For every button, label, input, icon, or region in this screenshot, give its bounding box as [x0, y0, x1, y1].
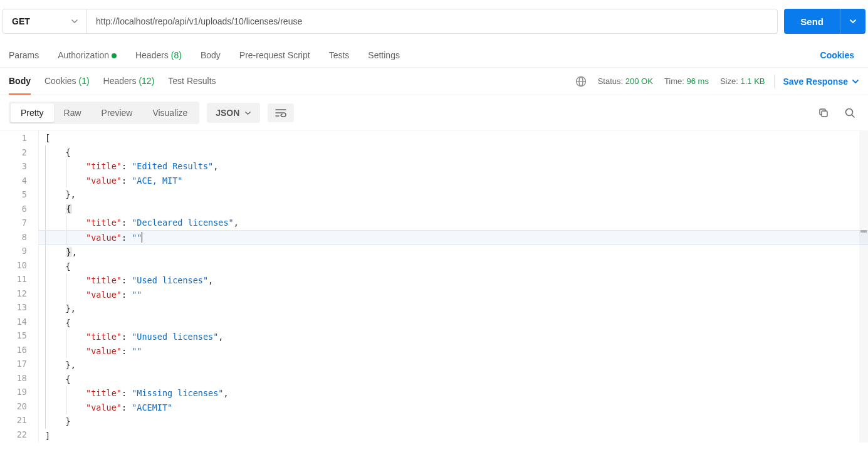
response-tab-cookies[interactable]: Cookies (1): [44, 68, 90, 95]
search-button[interactable]: [840, 103, 859, 122]
response-tab-headers[interactable]: Headers (12): [103, 68, 155, 95]
code-line: {: [39, 372, 868, 387]
copy-button[interactable]: [814, 103, 833, 122]
code-line: "title": "Missing licenses",: [39, 386, 868, 401]
code-line: "value": "ACEMIT": [39, 401, 868, 415]
send-options-button[interactable]: [840, 9, 865, 34]
time-label: Time:: [664, 76, 684, 86]
response-tab-testresults[interactable]: Test Results: [168, 68, 216, 95]
code-line: ]: [39, 429, 868, 443]
code-line: "value": "": [39, 344, 868, 359]
chevron-down-icon: [71, 18, 78, 25]
tab-tests[interactable]: Tests: [329, 50, 350, 60]
svg-line-8: [852, 115, 854, 117]
chevron-down-icon: [852, 78, 859, 85]
wrap-icon: [275, 108, 286, 117]
view-mode-raw[interactable]: Raw: [54, 103, 92, 122]
size-label: Size:: [720, 76, 738, 86]
response-header: Body Cookies (1) Headers (12) Test Resul…: [0, 68, 868, 95]
code-line: },: [39, 358, 868, 372]
code-line: "title": "Unused licenses",: [39, 330, 868, 344]
line-gutter: 12345678910111213141516171819202122: [0, 131, 39, 443]
tab-headers[interactable]: Headers (8): [135, 50, 182, 60]
view-mode-preview[interactable]: Preview: [92, 103, 143, 122]
response-tab-body[interactable]: Body: [9, 68, 31, 95]
tab-body[interactable]: Body: [201, 50, 221, 60]
status-label: Status:: [598, 76, 623, 86]
save-response-button[interactable]: Save Response: [783, 76, 860, 87]
code-line: {: [39, 260, 868, 274]
tab-authorization[interactable]: Authorization: [58, 50, 117, 60]
code-line: {: [39, 145, 868, 160]
chevron-down-icon: [849, 18, 857, 25]
time-value: 96 ms: [687, 76, 709, 86]
code-line: },: [39, 187, 868, 202]
view-bar: Pretty Raw Preview Visualize JSON: [0, 95, 868, 130]
tab-settings[interactable]: Settings: [368, 50, 400, 60]
status-dot-icon: [112, 53, 117, 58]
tab-prerequest[interactable]: Pre-request Script: [239, 50, 310, 60]
chevron-down-icon: [244, 110, 251, 117]
svg-rect-6: [822, 111, 827, 117]
http-method-select[interactable]: GET: [3, 9, 87, 34]
http-method-value: GET: [12, 16, 30, 26]
code-line: "title": "Used licenses",: [39, 273, 868, 288]
send-button[interactable]: Send: [784, 9, 840, 34]
tab-params[interactable]: Params: [9, 50, 39, 60]
code-line: "value": "": [39, 230, 868, 246]
response-body-viewer[interactable]: 12345678910111213141516171819202122 [{"t…: [0, 130, 868, 443]
search-icon: [844, 107, 855, 118]
cookies-link[interactable]: Cookies: [820, 50, 865, 60]
url-input[interactable]: [86, 9, 778, 34]
view-mode-group: Pretty Raw Preview Visualize: [9, 102, 199, 124]
code-line: "value": "": [39, 288, 868, 302]
wrap-lines-button[interactable]: [268, 103, 294, 122]
code-line: },: [39, 245, 868, 260]
copy-icon: [818, 107, 829, 118]
code-line: "title": "Edited Results",: [39, 159, 868, 174]
code-lines: [{"title": "Edited Results","value": "AC…: [39, 131, 868, 443]
size-value: 1.1 KB: [740, 76, 765, 86]
code-line: [: [39, 131, 868, 145]
format-select[interactable]: JSON: [207, 103, 260, 123]
code-line: }: [39, 414, 868, 429]
response-meta: Status: 200 OK Time: 96 ms Size: 1.1 KB: [598, 76, 765, 86]
globe-icon[interactable]: [575, 76, 587, 87]
view-mode-visualize[interactable]: Visualize: [142, 103, 197, 122]
code-line: {: [39, 316, 868, 330]
code-line: {: [39, 202, 868, 216]
status-value: 200 OK: [625, 76, 653, 86]
code-line: },: [39, 302, 868, 316]
request-tabs: Params Authorization Headers (8) Body Pr…: [0, 43, 868, 68]
code-line: "title": "Decleared licenses",: [39, 216, 868, 230]
code-line: "value": "ACE, MIT": [39, 174, 868, 188]
view-mode-pretty[interactable]: Pretty: [11, 103, 54, 122]
